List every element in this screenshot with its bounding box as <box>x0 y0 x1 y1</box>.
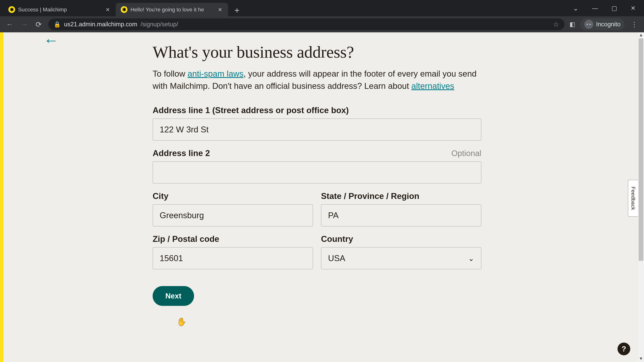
zip-input[interactable] <box>152 247 313 269</box>
country-label: Country <box>321 234 353 244</box>
tab-title: Hello! You're going to love it he <box>130 6 214 13</box>
vertical-scrollbar[interactable]: ▲ ▼ <box>638 32 644 362</box>
incognito-label: Incognito <box>596 21 620 28</box>
accent-bar <box>0 32 3 362</box>
browser-tab-strip: ✱ Success | Mailchimp × ✱ Hello! You're … <box>0 0 644 16</box>
feedback-tab[interactable]: Feedback <box>628 180 638 217</box>
new-tab-button[interactable]: + <box>231 4 243 16</box>
nav-reload-button[interactable]: ⟳ <box>34 19 43 29</box>
browser-toolbar: ← → ⟳ 🔒 us21.admin.mailchimp.com/signup/… <box>0 16 644 32</box>
close-icon[interactable]: × <box>105 6 111 13</box>
state-label: State / Province / Region <box>321 191 419 201</box>
browser-tab[interactable]: ✱ Success | Mailchimp × <box>3 3 116 16</box>
alternatives-link[interactable]: alternatives <box>412 81 454 91</box>
incognito-icon: 👓 <box>584 20 593 29</box>
scroll-down-icon[interactable]: ▼ <box>638 356 644 362</box>
nav-forward-button[interactable]: → <box>20 19 29 29</box>
url-path: /signup/setup/ <box>140 21 178 28</box>
state-input[interactable] <box>321 204 481 226</box>
address-line2-label: Address line 2 <box>152 148 210 158</box>
address-bar[interactable]: 🔒 us21.admin.mailchimp.com/signup/setup/… <box>48 18 564 30</box>
scrollbar-thumb[interactable] <box>639 38 643 261</box>
nav-back-button[interactable]: ← <box>5 19 14 29</box>
page-title: What's your business address? <box>152 42 481 62</box>
help-button[interactable]: ? <box>618 343 630 355</box>
page-back-arrow-icon[interactable]: ← <box>44 32 59 49</box>
cursor-icon: ✋ <box>177 317 186 326</box>
address-line1-label: Address line 1 (Street address or post o… <box>152 105 349 115</box>
incognito-badge[interactable]: 👓 Incognito <box>580 18 624 30</box>
address-line1-input[interactable] <box>152 118 481 141</box>
tab-title: Success | Mailchimp <box>18 6 102 13</box>
city-input[interactable] <box>152 204 313 226</box>
address-line2-input[interactable] <box>152 161 481 184</box>
city-label: City <box>152 191 168 201</box>
close-window-button[interactable]: ✕ <box>630 5 636 12</box>
minimize-button[interactable]: ― <box>592 5 598 12</box>
close-icon[interactable]: × <box>217 6 223 13</box>
next-button[interactable]: Next <box>152 286 194 306</box>
optional-tag: Optional <box>451 149 481 158</box>
tab-list-button[interactable]: ⌄ <box>573 4 578 12</box>
lock-icon: 🔒 <box>54 21 61 28</box>
scroll-up-icon[interactable]: ▲ <box>638 32 644 38</box>
browser-tab[interactable]: ✱ Hello! You're going to love it he × <box>116 3 228 16</box>
favicon-icon: ✱ <box>8 6 15 13</box>
intro-text: To follow <box>152 69 188 78</box>
favicon-icon: ✱ <box>121 6 128 13</box>
country-select[interactable] <box>321 247 481 269</box>
anti-spam-laws-link[interactable]: anti-spam laws <box>188 69 243 78</box>
url-host: us21.admin.mailchimp.com <box>64 21 137 28</box>
maximize-button[interactable]: ▢ <box>612 5 617 12</box>
browser-menu-icon[interactable]: ⋮ <box>630 20 639 28</box>
side-panel-icon[interactable]: ◧ <box>570 21 575 28</box>
page-intro: To follow anti-spam laws, your address w… <box>152 68 481 92</box>
bookmark-icon[interactable]: ☆ <box>553 20 559 28</box>
zip-label: Zip / Postal code <box>152 234 219 244</box>
